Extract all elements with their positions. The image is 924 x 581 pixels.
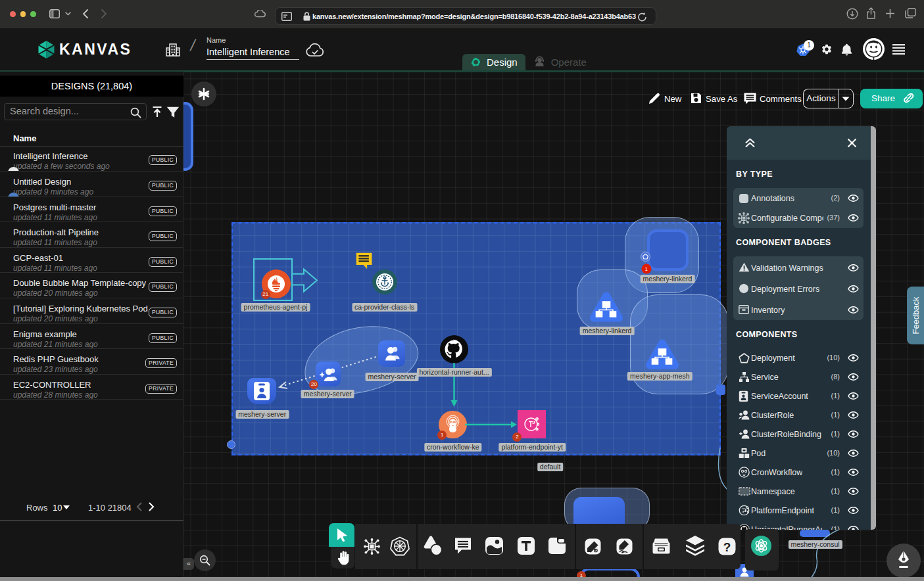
svg-text:?: ?	[723, 540, 731, 554]
